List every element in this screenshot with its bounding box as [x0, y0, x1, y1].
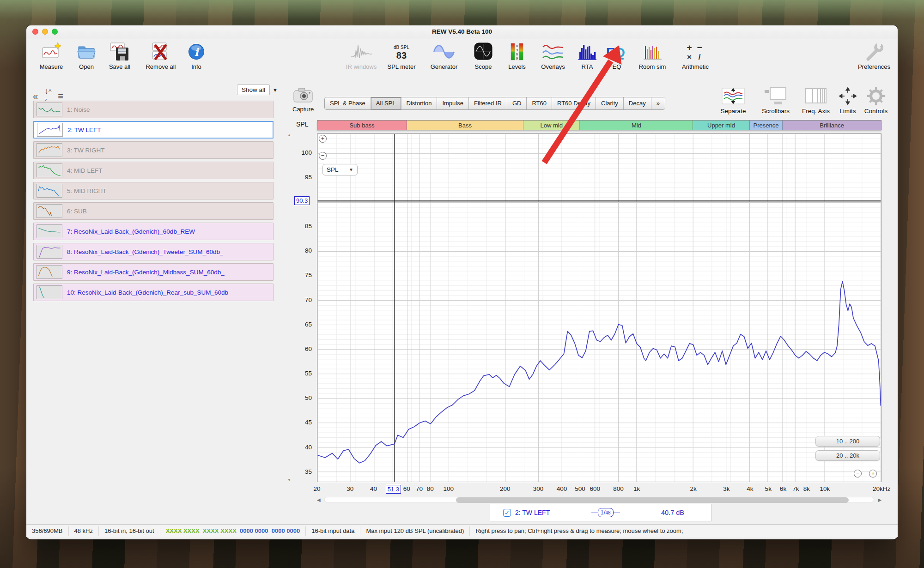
x-tick-label: 4k — [747, 485, 753, 492]
folder-icon — [76, 41, 97, 62]
measurement-thumbnail — [36, 285, 62, 299]
chart-zoom-in-button[interactable]: + — [319, 135, 327, 143]
measurement-item-10[interactable]: 10: ResoNix_Laid-Back_(Gdenich)_Rear_sub… — [33, 284, 274, 301]
svg-text:0: 0 — [516, 44, 518, 48]
measurement-thumbnail — [36, 184, 62, 198]
tab-impulse[interactable]: Impulse — [437, 97, 469, 109]
measurement-item-1[interactable]: 1: Noise — [33, 101, 274, 118]
svg-text:+: + — [687, 42, 692, 52]
range-button-10-200[interactable]: 10 .. 200 — [815, 436, 880, 447]
vertical-scrollbar[interactable]: ▲ ▼ — [286, 133, 292, 482]
tab-clarity[interactable]: Clarity — [596, 97, 624, 109]
toolbar-button-ir-windows[interactable]: IR windows — [344, 41, 378, 70]
toolbar-button-measure[interactable]: Measure — [35, 41, 68, 70]
tab-all-spl[interactable]: All SPL — [371, 97, 401, 109]
toolbar-button-label: SPL meter — [388, 63, 416, 70]
view-button-freq-axis[interactable]: Freq. Axis — [797, 85, 835, 115]
view-button-separate[interactable]: Separate — [713, 85, 754, 115]
toolbar-button-label: Info — [191, 63, 201, 70]
tab-[interactable]: » — [651, 97, 665, 109]
toolbar-button-label: Open — [79, 63, 94, 70]
toolbar-button-generator[interactable]: Generator — [425, 41, 463, 70]
measurement-item-4[interactable]: 4: MID LEFT — [33, 162, 274, 179]
toolbar-button-save-all[interactable]: Save all — [105, 41, 134, 70]
tab-gd[interactable]: GD — [507, 97, 527, 109]
toolbar-button-rta[interactable]: RTA — [575, 41, 599, 70]
toolbar-button-spl-meter[interactable]: dB SPL83SPL meter — [384, 41, 419, 70]
scrollbar-track[interactable] — [324, 497, 874, 502]
collapse-sidebar-icon[interactable]: « — [33, 91, 38, 102]
toolbar-button-label: IR windows — [346, 63, 377, 70]
overlays-icon — [541, 41, 565, 62]
scroll-right-icon[interactable]: ▶ — [878, 497, 881, 502]
measurement-item-8[interactable]: 8: ResoNix_Laid-Back_(Gdenich)_Tweeter_S… — [33, 243, 274, 260]
tab-rt60[interactable]: RT60 — [527, 97, 552, 109]
spl-chart[interactable] — [317, 133, 881, 482]
toolbar-button-info[interactable]: iInfo — [187, 41, 206, 70]
chart-zoom-out-button[interactable]: − — [319, 152, 327, 160]
generator-icon — [432, 41, 456, 62]
range-button-20-20k[interactable]: 20 .. 20k — [815, 450, 880, 461]
measurement-thumbnail — [36, 143, 62, 157]
tab-decay[interactable]: Decay — [624, 97, 651, 109]
measurement-label: 1: Noise — [67, 106, 90, 113]
toolbar-button-remove-all[interactable]: Remove all — [141, 41, 181, 70]
tab-distortion[interactable]: Distortion — [401, 97, 438, 109]
measurement-list: 1: Noise2: TW LEFT3: TW RIGHT4: MID LEFT… — [33, 101, 274, 304]
measurement-thumbnail — [36, 245, 62, 259]
toolbar-button-label: Generator — [431, 63, 458, 70]
trace-name: 2: TW LEFT — [515, 509, 550, 516]
x-tick-label: 600 — [590, 485, 600, 492]
status-segment: Right press to pan; Ctrl+right press & d… — [470, 526, 688, 536]
measurement-thumbnail — [36, 103, 62, 116]
toolbar-button-eq[interactable]: EQEQ — [605, 41, 629, 70]
view-button-controls[interactable]: Controls — [862, 85, 890, 115]
toolbar-button-open[interactable]: Open — [74, 41, 98, 70]
view-button-limits[interactable]: Limits — [834, 85, 862, 115]
view-button-scrollbars[interactable]: Scrollbars — [756, 85, 795, 115]
status-data-readout: 0000 0000 0000 0000 — [237, 527, 300, 534]
measurement-menu-icon[interactable]: ≡ — [58, 91, 63, 102]
toolbar-button-arithmetic[interactable]: +−×/Arithmetic — [676, 41, 715, 70]
x-zoom-in-button[interactable]: + — [869, 470, 877, 477]
scroll-up-icon[interactable]: ▲ — [287, 133, 291, 137]
tab-filtered-ir[interactable]: Filtered IR — [469, 97, 507, 109]
svg-text:−: − — [697, 42, 702, 52]
tab-rt60-decay[interactable]: RT60 Decay — [552, 97, 596, 109]
graph-tab-bar: SPL & PhaseAll SPLDistortionImpulseFilte… — [324, 97, 665, 110]
toolbar-button-scope[interactable]: Scope — [469, 41, 498, 70]
svg-text:6: 6 — [516, 52, 518, 56]
toolbar-button-label: Measure — [40, 63, 63, 70]
toolbar-button-label: Arithmetic — [682, 63, 709, 70]
scrollbar-thumb[interactable] — [456, 497, 849, 503]
measurement-label: 4: MID LEFT — [67, 167, 103, 174]
measurement-label: 3: TW RIGHT — [67, 147, 105, 154]
x-tick-label: 20 — [313, 485, 320, 492]
measurement-item-7[interactable]: 7: ResoNix_Laid-Back_(Gdenich)_60db_REW — [33, 223, 274, 240]
toolbar-button-overlays[interactable]: Overlays — [536, 41, 570, 70]
band-low-mid: Low mid — [523, 121, 580, 130]
trace-visible-checkbox[interactable]: ✓ — [503, 509, 511, 517]
tab-spl-phase[interactable]: SPL & Phase — [325, 97, 371, 109]
main-toolbar: MeasureOpenSave allRemove alliInfo IR wi… — [26, 38, 898, 82]
chart-mode-dropdown[interactable]: SPL▼ — [322, 164, 358, 175]
x-zoom-out-button[interactable]: − — [854, 470, 862, 477]
smoothing-control[interactable]: 1/48 — [591, 508, 620, 517]
capture-button[interactable]: Capture — [292, 85, 314, 113]
measurement-item-3[interactable]: 3: TW RIGHT — [33, 141, 274, 159]
separate-icon — [721, 85, 745, 107]
toolbar-button-preferences[interactable]: Preferences — [858, 41, 890, 70]
save-icon — [109, 41, 130, 62]
toolbar-button-levels[interactable]: 0369Levels — [503, 41, 531, 70]
measurement-item-5[interactable]: 5: MID RIGHT — [33, 182, 274, 199]
scroll-down-icon[interactable]: ▼ — [287, 478, 291, 482]
measurement-item-6[interactable]: 6: SUB — [33, 202, 274, 220]
horizontal-scrollbar[interactable]: ◀ ▶ — [317, 497, 881, 503]
band-mid: Mid — [580, 121, 693, 130]
measurement-item-2[interactable]: 2: TW LEFT — [33, 121, 274, 139]
toolbar-button-room-sim[interactable]: Room sim — [634, 41, 670, 70]
measurement-item-9[interactable]: 9: ResoNix_Laid-Back_(Gdenich)_Midbass_S… — [33, 263, 274, 281]
show-all-dropdown[interactable]: Show all ▼ — [237, 84, 278, 96]
scrollbars-icon — [764, 85, 788, 107]
scroll-left-icon[interactable]: ◀ — [317, 497, 321, 502]
